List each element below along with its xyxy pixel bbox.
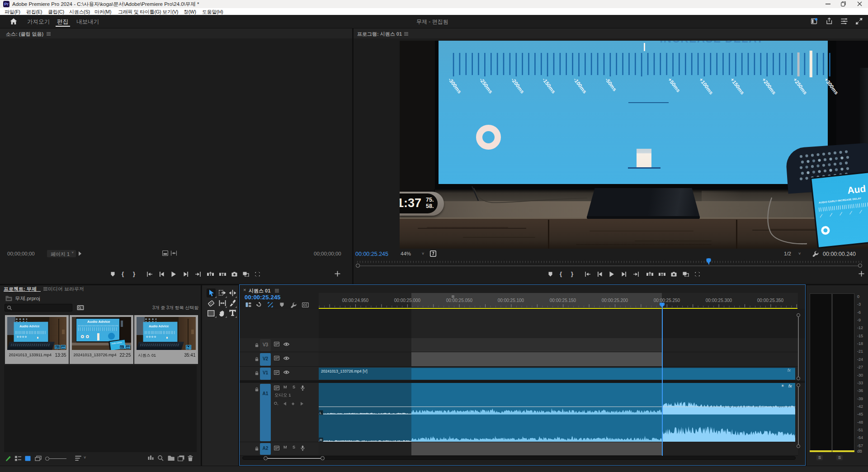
svg-text:R: R xyxy=(320,438,322,442)
svg-text:L: L xyxy=(320,411,322,415)
